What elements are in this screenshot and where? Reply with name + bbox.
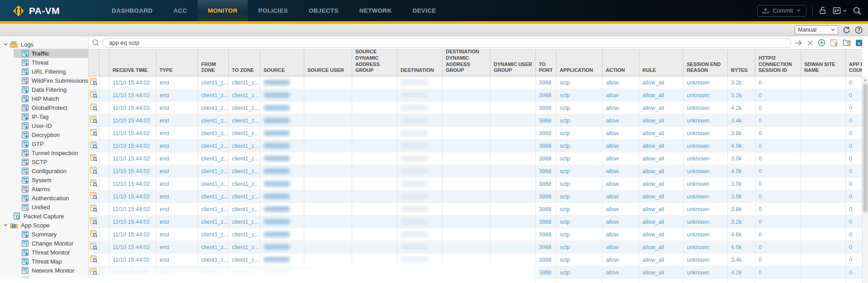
cell-detail[interactable] [89, 140, 99, 152]
cell-receive_time[interactable]: 11/10 15:44:02 [109, 279, 156, 283]
cell-destination_dag[interactable] [443, 203, 491, 215]
log-detail-icon[interactable] [90, 116, 98, 125]
cell-source_dag[interactable] [352, 228, 397, 241]
cell-bytes[interactable]: 3.0k [728, 178, 755, 190]
log-detail-icon[interactable] [90, 217, 98, 226]
cell-app_flap_count[interactable]: 0 [846, 165, 862, 177]
cell-to_port[interactable]: 3868 [536, 178, 557, 190]
cell-source_user[interactable] [304, 228, 352, 241]
cell-type[interactable]: end [156, 140, 198, 152]
commit-button[interactable]: Commit [757, 5, 807, 17]
log-detail-icon[interactable] [90, 255, 98, 264]
cell-to_zone[interactable]: client1_z... [229, 76, 260, 89]
cell-detail[interactable] [89, 102, 99, 114]
cell-sdwan_site_name[interactable] [801, 216, 846, 228]
cell-app_flap_count[interactable]: 0 [846, 254, 862, 266]
cell-bytes[interactable]: 3.8k [728, 203, 755, 215]
log-row[interactable]: 11/10 15:44:02endclient1_z...client1_z..… [89, 279, 862, 283]
cell-detail[interactable] [89, 254, 99, 266]
cell-destination[interactable] [397, 178, 443, 190]
cell-application[interactable]: sctp [557, 203, 603, 215]
cell-type[interactable]: end [156, 279, 198, 283]
log-detail-icon[interactable] [90, 142, 98, 150]
cell-to_zone[interactable]: client1_z... [229, 140, 260, 152]
cell-type[interactable]: end [156, 254, 198, 266]
cell-destination_dag[interactable] [443, 89, 491, 101]
column-header-rule[interactable]: RULE [639, 50, 684, 76]
cell-to_zone[interactable]: client1_z... [229, 203, 260, 215]
cell-source[interactable] [260, 216, 304, 228]
sidebar-item-traffic-map-icon[interactable] [0, 275, 88, 283]
cell-application[interactable]: sctp [557, 178, 603, 190]
cell-from_zone[interactable]: client1_z... [198, 228, 229, 241]
cell-type[interactable]: end [156, 114, 198, 127]
column-header-receive_time[interactable]: RECEIVE TIME [109, 50, 156, 76]
cell-source[interactable] [260, 165, 304, 177]
cell-destination[interactable] [397, 279, 443, 283]
log-row[interactable]: 11/10 15:44:02endclient1_z...client1_z..… [89, 203, 862, 216]
cell-dynamic_user_group[interactable] [491, 190, 536, 203]
sidebar-item-authentication[interactable]: Authentication [0, 193, 88, 203]
cell-type[interactable]: end [156, 228, 198, 241]
cell-source_user[interactable] [304, 165, 352, 177]
cell-application[interactable]: sctp [557, 216, 603, 228]
column-header-detail[interactable] [89, 50, 99, 76]
cell-destination_dag[interactable] [443, 127, 491, 139]
cell-dynamic_user_group[interactable] [491, 102, 536, 114]
cell-bytes[interactable]: 3.4k [728, 279, 755, 283]
cell-dynamic_user_group[interactable] [491, 76, 536, 89]
cell-app_flap_count[interactable]: 0 [846, 178, 862, 190]
cell-source_dag[interactable] [352, 152, 397, 165]
cell-source_dag[interactable] [352, 89, 397, 101]
cell-session_end_reason[interactable]: unknown [684, 102, 728, 114]
sidebar-item-traffic[interactable]: Traffic [14, 49, 89, 58]
log-detail-icon[interactable] [90, 91, 98, 99]
cell-to_port[interactable]: 3868 [536, 266, 557, 278]
cell-dynamic_user_group[interactable] [491, 114, 536, 127]
cell-receive_time[interactable]: 11/10 15:44:02 [109, 228, 156, 241]
cell-bytes[interactable]: 3.2k [728, 76, 755, 89]
cell-to_zone[interactable]: client1_z... [229, 266, 260, 278]
cell-detail[interactable] [89, 127, 99, 139]
cell-to_port[interactable]: 3868 [536, 228, 557, 241]
column-header-destination_dag[interactable]: DESTINATION DYNAMIC ADDRESS GROUP [443, 50, 491, 76]
nav-tab-device[interactable]: DEVICE [402, 0, 446, 21]
cell-to_zone[interactable]: client1_z... [229, 241, 260, 253]
log-detail-icon[interactable] [90, 243, 98, 251]
cell-receive_time[interactable]: 11/10 15:44:02 [109, 216, 156, 228]
expander-chevron-icon[interactable] [4, 43, 10, 46]
global-search-icon[interactable] [853, 6, 862, 15]
cell-http2_connection_session_id[interactable]: 0 [755, 266, 801, 278]
cell-from_zone[interactable]: client1_z... [198, 165, 229, 177]
sidebar-item-logs[interactable]: Logs [0, 40, 88, 49]
cell-http2_connection_session_id[interactable]: 0 [755, 102, 801, 114]
cell-http2_connection_session_id[interactable]: 0 [755, 279, 801, 283]
cell-to_port[interactable]: 3868 [536, 279, 557, 283]
cell-from_zone[interactable]: client1_z... [198, 203, 229, 215]
scrollbar-thumb[interactable] [863, 84, 868, 212]
cell-source[interactable] [260, 114, 304, 127]
cell-to_port[interactable]: 3868 [536, 89, 557, 101]
nav-tab-monitor[interactable]: MONITOR [198, 0, 248, 21]
cell-action[interactable]: allow [603, 114, 639, 127]
cell-application[interactable]: sctp [557, 140, 603, 152]
cell-to_port[interactable]: 3868 [536, 190, 557, 203]
cell-bytes[interactable]: 3.2k [728, 89, 755, 101]
cell-source[interactable] [260, 89, 304, 101]
log-detail-icon[interactable] [90, 268, 98, 277]
cell-receive_time[interactable]: 11/10 15:44:02 [109, 102, 156, 114]
load-filter-icon[interactable] [843, 39, 851, 47]
cell-action[interactable]: allow [603, 140, 639, 152]
cell-session_end_reason[interactable]: unknown [684, 165, 728, 177]
apply-filter-icon[interactable] [794, 40, 802, 46]
cell-source_user[interactable] [304, 102, 352, 114]
cell-source_user[interactable] [304, 216, 352, 228]
column-header-destination[interactable]: DESTINATION [397, 50, 443, 76]
cell-receive_time[interactable]: 11/10 15:44:02 [109, 178, 156, 190]
cell-to_port[interactable]: 3868 [536, 203, 557, 215]
column-header-spacer[interactable] [99, 50, 109, 76]
sidebar-item-configuration[interactable]: Configuration [0, 166, 88, 175]
log-row[interactable]: 11/10 15:44:02endclient1_z...client1_z..… [89, 266, 862, 279]
cell-detail[interactable] [89, 203, 99, 215]
cell-destination_dag[interactable] [443, 102, 491, 114]
